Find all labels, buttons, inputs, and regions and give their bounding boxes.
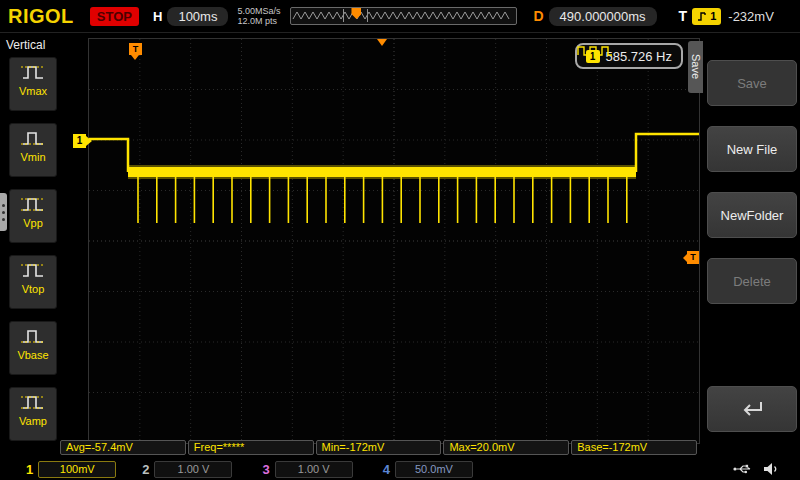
new-folder-button[interactable]: NewFolder (707, 192, 797, 238)
square-wave-icon (577, 45, 613, 57)
freq-counter-value: 585.726 Hz (606, 49, 673, 64)
measure-min: Min=-172mV (316, 440, 442, 455)
channel-1-number: 1 (26, 462, 33, 477)
delete-button[interactable]: Delete (707, 258, 797, 304)
run-state-badge: STOP (90, 7, 139, 26)
top-status-bar: RIGOL STOP H 100ms 5.00MSa/s 12.0M pts D… (0, 0, 800, 33)
new-file-button[interactable]: New File (707, 126, 797, 172)
rising-edge-icon (697, 11, 708, 22)
back-button[interactable] (707, 386, 797, 432)
acquisition-info: 5.00MSa/s 12.0M pts (237, 6, 280, 26)
channel-3-number: 3 (262, 462, 269, 477)
sidebar-item-vmin[interactable]: Vmin (9, 123, 57, 177)
menu-scroll-indicator (0, 193, 7, 231)
waveform-display: T T 1 1 585.726 Hz (88, 38, 700, 444)
measure-avg: Avg=-57.4mV (60, 440, 186, 455)
vmin-icon (20, 129, 46, 148)
channel-1-scale: 100mV (38, 461, 116, 478)
timebase-readout: 100ms (167, 7, 228, 26)
sidebar-item-vpp[interactable]: Vpp (9, 189, 57, 243)
channel-1-status[interactable]: 1 100mV (26, 461, 116, 478)
channel-4-number: 4 (383, 462, 390, 477)
channel-2-number: 2 (142, 462, 149, 477)
speaker-icon (762, 461, 780, 477)
usb-icon (733, 463, 753, 475)
sidebar-item-label: Vbase (17, 349, 48, 361)
trigger-level-marker[interactable]: T (687, 251, 699, 264)
channel-4-scale: 50.0mV (395, 461, 473, 478)
sample-rate: 5.00MSa/s (237, 6, 280, 16)
menu-tab-save: Save (688, 41, 703, 93)
vbase-icon (20, 327, 46, 346)
measurement-results-bar: Avg=-57.4mV Freq=***** Min=-172mV Max=20… (60, 440, 697, 455)
channel-2-status[interactable]: 2 1.00 V (142, 461, 232, 478)
channel-2-scale: 1.00 V (154, 461, 232, 478)
delay-label: D (533, 8, 543, 24)
window-left-tick (343, 9, 344, 22)
sidebar-item-vtop[interactable]: Vtop (9, 255, 57, 309)
trigger-source-channel: 1 (710, 10, 716, 22)
sidebar-item-vamp[interactable]: Vamp (9, 387, 57, 441)
channel-3-scale: 1.00 V (275, 461, 353, 478)
trigger-position-marker[interactable]: T (129, 43, 142, 55)
left-menu-title: Vertical (6, 38, 45, 52)
trigger-level-readout: -232mV (728, 9, 774, 24)
memory-waveform-icon (291, 8, 514, 22)
save-button[interactable]: Save (707, 60, 797, 106)
measurement-menu: Vmax Vmin Vpp Vtop Vbase Vamp (9, 57, 55, 453)
channel-status-bar: 1 100mV 2 1.00 V 3 1.00 V 4 50.0mV (0, 459, 800, 479)
measure-freq: Freq=***** (188, 440, 314, 455)
sidebar-item-label: Vamp (19, 415, 47, 427)
rigol-logo: RIGOL (8, 5, 74, 28)
trigger-label: T (679, 8, 688, 24)
vamp-icon (20, 393, 46, 412)
sidebar-item-vmax[interactable]: Vmax (9, 57, 57, 111)
sidebar-item-label: Vpp (23, 217, 43, 229)
measure-base: Base=-172mV (571, 440, 697, 455)
window-right-tick (367, 9, 368, 22)
screen-center-marker (377, 39, 387, 46)
system-icons (733, 461, 780, 477)
sidebar-item-label: Vtop (22, 283, 45, 295)
delay-readout: 490.000000ms (549, 7, 657, 26)
sidebar-item-label: Vmax (19, 85, 47, 97)
trigger-source-badge: 1 (692, 8, 721, 25)
waveform-trace (89, 39, 699, 443)
vmax-icon (20, 63, 46, 82)
channel-3-status[interactable]: 3 1.00 V (262, 461, 352, 478)
vpp-icon (20, 195, 46, 214)
sidebar-item-vbase[interactable]: Vbase (9, 321, 57, 375)
horizontal-label: H (153, 9, 162, 24)
channel-4-status[interactable]: 4 50.0mV (383, 461, 473, 478)
memory-depth: 12.0M pts (237, 16, 277, 26)
measure-max: Max=20.0mV (443, 440, 569, 455)
sidebar-item-label: Vmin (20, 151, 45, 163)
frequency-counter-badge: 1 585.726 Hz (575, 43, 684, 69)
channel1-offset-marker[interactable]: 1 (73, 134, 86, 148)
memory-position-bar[interactable] (290, 7, 517, 25)
oscilloscope-screen: RIGOL STOP H 100ms 5.00MSa/s 12.0M pts D… (0, 0, 800, 480)
vtop-icon (20, 261, 46, 280)
return-arrow-icon (737, 398, 767, 420)
